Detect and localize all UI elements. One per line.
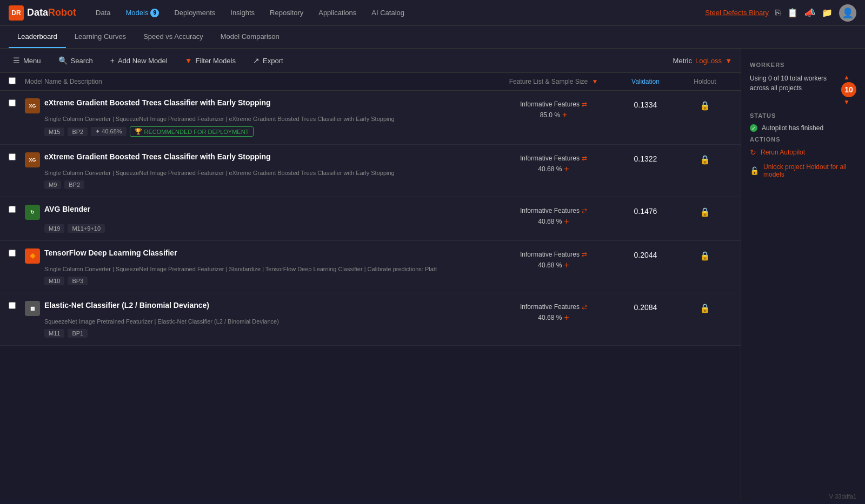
search-button[interactable]: 🔍 Search <box>54 54 97 67</box>
row-checkbox <box>9 98 25 108</box>
avatar[interactable]: 👤 <box>839 4 856 22</box>
nav-applications[interactable]: Applications <box>312 5 363 21</box>
workers-badge: 10 <box>841 82 856 97</box>
table-row[interactable]: ↻ AVG Blender M19M11+9+10 Informative Fe… <box>0 197 741 241</box>
nav-ai-catalog[interactable]: AI Catalog <box>365 5 411 21</box>
row-checkbox <box>9 205 25 214</box>
model-tag: BP3 <box>68 277 88 285</box>
table-row[interactable]: ▦ Elastic-Net Classifier (L2 / Binomial … <box>0 293 741 346</box>
select-all-checkbox[interactable] <box>9 77 16 84</box>
model-type-icon: 🔶 <box>25 248 40 264</box>
header-checkbox-col <box>9 77 25 86</box>
rerun-autopilot-button[interactable]: ↻ Rerun Autopilot <box>750 148 856 157</box>
model-select-checkbox[interactable] <box>9 302 16 309</box>
features-shuffle-icon[interactable]: ⇄ <box>582 100 587 108</box>
logo-text: DataRobot <box>27 7 76 18</box>
table-row[interactable]: XG eXtreme Gradient Boosted Trees Classi… <box>0 145 741 197</box>
model-tags: M9BP2 <box>44 180 494 189</box>
model-tag: BP2 <box>68 127 88 136</box>
workers-info: Using 0 of 10 total workers across all p… <box>750 73 856 106</box>
workers-section-title: WORKERS <box>750 62 856 68</box>
model-select-checkbox[interactable] <box>9 206 16 213</box>
features-label: Informative Features ⇄ <box>494 207 613 214</box>
project-name[interactable]: Steel Defects Binary <box>705 9 769 17</box>
table-row[interactable]: XG eXtreme Gradient Boosted Trees Classi… <box>0 91 741 145</box>
add-model-button[interactable]: + Add New Model <box>106 54 172 67</box>
unlock-holdout-button[interactable]: 🔓 Unlock project Holdout for all models <box>750 163 856 178</box>
export-icon: ↗ <box>253 56 260 65</box>
tab-model-comparison[interactable]: Model Comparison <box>212 26 288 48</box>
features-shuffle-icon[interactable]: ⇄ <box>582 154 587 162</box>
model-validation-score: 0.2044 <box>613 248 678 259</box>
model-name: eXtreme Gradient Boosted Trees Classifie… <box>44 98 494 107</box>
features-shuffle-icon[interactable]: ⇄ <box>582 303 587 311</box>
model-holdout: 🔒 <box>678 205 732 217</box>
logo-icon: DR <box>9 5 24 21</box>
model-name: AVG Blender <box>44 205 494 213</box>
metric-selector[interactable]: Metric LogLoss ▼ <box>673 57 732 65</box>
header-validation-col: Validation <box>613 78 678 85</box>
model-name: eXtreme Gradient Boosted Trees Classifie… <box>44 152 494 161</box>
table-row[interactable]: 🔶 TensorFlow Deep Learning Classifier Si… <box>0 241 741 293</box>
menu-button[interactable]: ☰ Menu <box>9 54 45 67</box>
main-layout: ☰ Menu 🔍 Search + Add New Model ▼ Filter… <box>0 49 865 501</box>
lock-open-icon: 🔓 <box>750 166 759 175</box>
features-shuffle-icon[interactable]: ⇄ <box>582 207 587 214</box>
add-icon: + <box>110 56 115 65</box>
model-features: Informative Features ⇄ 40.68 % + <box>494 248 613 270</box>
workers-up-icon[interactable]: ▲ <box>843 73 850 81</box>
folder-icon[interactable]: 📁 <box>822 8 833 18</box>
export-button[interactable]: ↗ Export <box>249 54 288 67</box>
nav-data[interactable]: Data <box>89 5 117 21</box>
model-select-checkbox[interactable] <box>9 250 16 257</box>
model-tag: M11 <box>44 329 64 338</box>
features-pct: 40.68 % + <box>494 260 613 270</box>
model-description: Single Column Converter | SqueezeNet Ima… <box>44 170 494 176</box>
model-tag: M11+9+10 <box>68 224 105 233</box>
model-type-icon: XG <box>25 98 40 113</box>
features-shuffle-icon[interactable]: ⇄ <box>582 251 587 258</box>
share-icon[interactable]: ⎘ <box>775 8 781 18</box>
tab-speed-vs-accuracy[interactable]: Speed vs Accuracy <box>135 26 212 48</box>
model-validation-score: 0.1334 <box>613 98 678 109</box>
announcements-icon[interactable]: 📣 <box>804 8 815 18</box>
tab-leaderboard[interactable]: Leaderboard <box>9 26 66 48</box>
nav-models[interactable]: Models 9 <box>119 5 165 21</box>
features-label: Informative Features ⇄ <box>494 303 613 311</box>
nav-deployments[interactable]: Deployments <box>168 5 222 21</box>
model-select-checkbox[interactable] <box>9 99 16 106</box>
model-tag: ✦ 40.68% <box>91 127 126 136</box>
model-select-checkbox[interactable] <box>9 153 16 160</box>
model-description: Single Column Converter | SqueezeNet Ima… <box>44 116 494 122</box>
nav-repository[interactable]: Repository <box>263 5 310 21</box>
add-feature-icon[interactable]: + <box>564 217 569 226</box>
holdout-lock-icon: 🔒 <box>700 251 710 260</box>
filter-models-button[interactable]: ▼ Filter Models <box>181 54 240 67</box>
model-type-icon: XG <box>25 152 40 167</box>
model-info: ▦ Elastic-Net Classifier (L2 / Binomial … <box>25 301 494 338</box>
model-type-icon: ↻ <box>25 205 40 220</box>
recommended-badge: 🏆 RECOMMENDED FOR DEPLOYMENT <box>130 126 254 137</box>
add-feature-icon[interactable]: + <box>564 313 569 322</box>
add-feature-icon[interactable]: + <box>564 164 569 174</box>
model-holdout: 🔒 <box>678 152 732 165</box>
logo[interactable]: DR DataRobot <box>9 5 76 21</box>
model-tags: M15BP2✦ 40.68% 🏆 RECOMMENDED FOR DEPLOYM… <box>44 126 494 137</box>
model-validation-score: 0.1476 <box>613 205 678 216</box>
subtabs: Leaderboard Learning Curves Speed vs Acc… <box>0 26 865 49</box>
model-tags: M10BP3 <box>44 277 494 285</box>
model-header: ↻ AVG Blender <box>25 205 494 220</box>
status-success-icon: ✓ <box>750 124 757 132</box>
menu-icon: ☰ <box>13 56 20 65</box>
search-icon: 🔍 <box>58 56 68 65</box>
status-text: Autopilot has finished <box>762 124 823 132</box>
toolbar: ☰ Menu 🔍 Search + Add New Model ▼ Filter… <box>0 49 741 73</box>
add-feature-icon[interactable]: + <box>562 110 567 120</box>
model-info: XG eXtreme Gradient Boosted Trees Classi… <box>25 152 494 189</box>
features-filter-icon[interactable]: ▼ <box>591 78 598 85</box>
workers-down-icon[interactable]: ▼ <box>843 98 850 106</box>
add-feature-icon[interactable]: + <box>564 260 569 270</box>
notifications-icon[interactable]: 📋 <box>787 8 798 18</box>
nav-insights[interactable]: Insights <box>224 5 261 21</box>
tab-learning-curves[interactable]: Learning Curves <box>66 26 135 48</box>
